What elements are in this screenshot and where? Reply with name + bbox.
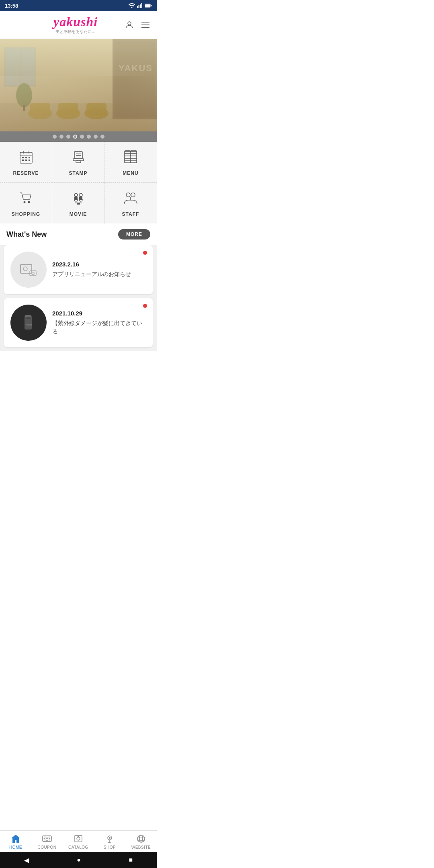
dot-5[interactable] [80,135,84,139]
news-text-2: 【紫外線ダメージが髪に出てきている [52,319,146,336]
dot-2[interactable] [59,135,63,139]
menu-grid: RESERVE STAMP [0,142,157,223]
reserve-label: RESERVE [13,170,39,176]
svg-rect-38 [74,151,82,159]
staff-label: STAFF [122,211,139,217]
dot-6[interactable] [87,135,91,139]
shopping-label: SHOPPING [12,211,40,217]
menu-item-shopping[interactable]: SHOPPING [0,183,52,223]
svg-point-69 [32,272,34,274]
news-date-2: 2021.10.29 [52,310,146,317]
svg-rect-35 [22,160,24,161]
svg-text:milbon: milbon [25,323,32,326]
dot-1[interactable] [53,135,57,139]
news-dot-1 [143,251,147,255]
dot-3[interactable] [66,135,70,139]
dot-7[interactable] [94,135,98,139]
cart-icon [19,191,33,207]
svg-rect-3 [141,3,143,8]
news-thumbnail-2: milbon [10,305,47,341]
svg-point-67 [23,267,27,271]
menu-label: MENU [123,170,138,176]
dot-4[interactable] [73,135,77,139]
menu-item-menu[interactable]: MENU [104,142,157,183]
svg-rect-34 [29,157,30,158]
status-bar: 13:58 [0,0,157,11]
svg-rect-73 [26,317,31,319]
news-date-1: 2023.2.16 [52,261,146,268]
news-list: 2023.2.16 アプリリニューアルのお知らせ milbon 2021.10.… [0,245,157,351]
hero-image: YAKUS [0,39,157,131]
svg-rect-6 [151,5,152,6]
svg-rect-5 [145,4,150,7]
logo: yakushi 美と感動をあなたに… [53,15,98,35]
hero-overlay [0,39,157,131]
calendar-icon [19,150,33,166]
news-content-1: 2023.2.16 アプリリニューアルのお知らせ [52,261,146,278]
time: 13:58 [5,3,18,9]
product-icon: milbon [18,313,39,333]
svg-point-63 [126,193,130,197]
svg-rect-59 [74,197,78,200]
photo-icon [18,260,39,280]
news-text-1: アプリリニューアルのお知らせ [52,270,146,278]
svg-rect-40 [76,161,81,163]
svg-rect-72 [25,315,31,317]
news-content-2: 2021.10.29 【紫外線ダメージが髪に出てきている [52,310,146,336]
news-card-1[interactable]: 2023.2.16 アプリリニューアルのお知らせ [4,245,153,294]
whats-new-title: What's New [6,230,47,239]
menu-item-staff[interactable]: STAFF [104,183,157,223]
svg-rect-0 [137,6,138,8]
book-icon [123,150,138,166]
whats-new-section: What's New MORE [0,223,157,245]
svg-point-64 [131,193,135,197]
dot-8[interactable] [100,135,104,139]
svg-point-56 [79,193,82,197]
svg-rect-37 [29,160,30,161]
svg-rect-32 [22,157,24,158]
menu-button[interactable] [141,21,150,29]
menu-item-stamp[interactable]: STAMP [52,142,104,183]
menu-item-reserve[interactable]: RESERVE [0,142,52,183]
more-button[interactable]: MORE [118,229,150,240]
movie-icon [71,191,86,207]
news-thumbnail-1 [10,252,47,288]
svg-rect-2 [140,4,141,8]
status-icons [129,3,152,8]
news-dot-2 [143,304,147,308]
battery-icon [145,4,152,8]
logo-tagline: 美と感動をあなたに… [55,29,96,35]
svg-rect-66 [20,264,32,273]
profile-button[interactable] [125,20,134,30]
svg-point-53 [23,201,25,203]
news-card-2[interactable]: milbon 2021.10.29 【紫外線ダメージが髪に出てきている [4,298,153,347]
svg-rect-33 [25,157,27,158]
dots-container [0,131,157,142]
movie-label: MOVIE [70,211,87,217]
signal-icon [137,3,143,8]
svg-point-55 [74,193,78,197]
svg-rect-36 [25,160,27,161]
header-icons [125,20,150,30]
svg-point-7 [128,22,131,25]
stamp-icon [71,150,86,166]
stamp-label: STAMP [69,170,87,176]
staff-icon [123,191,138,207]
logo-text: yakushi [53,15,98,28]
wifi-icon [129,3,135,8]
header: yakushi 美と感動をあなたに… [0,11,157,39]
menu-item-movie[interactable]: MOVIE [52,183,104,223]
svg-point-54 [28,201,30,203]
svg-rect-1 [139,5,140,8]
svg-rect-60 [79,197,82,200]
